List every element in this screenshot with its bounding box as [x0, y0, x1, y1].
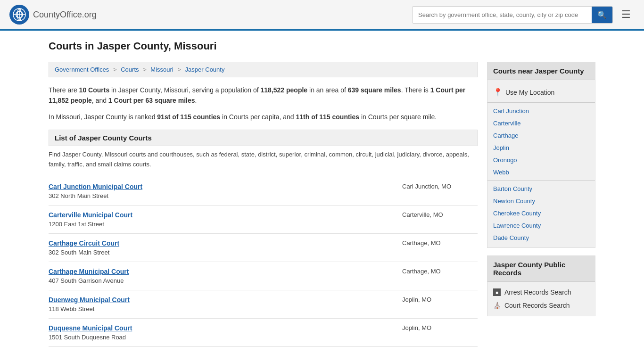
court-city: Carthage, MO	[383, 268, 478, 275]
main-container: Government Offices > Courts > Missouri >…	[39, 52, 605, 356]
court-name-link[interactable]: Carl Junction Municipal Court	[49, 183, 383, 190]
county-link-dade[interactable]: Dade County	[493, 234, 529, 241]
county-link-barton[interactable]: Barton County	[493, 185, 532, 192]
court-name-link[interactable]: Duenweg Municipal Court	[49, 296, 383, 304]
court-address: 1501 South Duquesne Road	[49, 334, 126, 341]
intro-paragraph-2: In Missouri, Jasper County is ranked 91s…	[49, 112, 478, 122]
breadcrumb-jasper[interactable]: Jasper County	[185, 66, 225, 73]
list-item: Webb	[487, 166, 595, 178]
sidebar: Courts near Jasper County 📍 Use My Locat…	[487, 62, 595, 347]
breadcrumb-gov-offices[interactable]: Government Offices	[55, 66, 109, 73]
public-records-section: Jasper County Public Records ■ Arrest Re…	[487, 255, 595, 316]
list-item: ■ Arrest Records Search	[487, 286, 595, 299]
table-row: Duquesne Municipal Court 1501 South Duqu…	[49, 319, 478, 347]
table-row: Carthage Municipal Court 407 South Garri…	[49, 262, 478, 290]
search-bar: 🔍	[412, 6, 613, 24]
city-link-webb[interactable]: Webb	[493, 169, 509, 176]
court-name-link[interactable]: Duquesne Municipal Court	[49, 324, 383, 332]
list-item: Barton County	[487, 182, 595, 195]
hamburger-menu-icon[interactable]: ☰	[618, 7, 635, 23]
court-address: 1200 East 1st Street	[49, 221, 104, 228]
divider	[487, 102, 595, 103]
logo-text: CountyOffice.org	[33, 10, 97, 20]
court-info: Duquesne Municipal Court 1501 South Duqu…	[49, 324, 383, 341]
city-link-oronogo[interactable]: Oronogo	[493, 156, 517, 164]
court-info: Carthage Municipal Court 407 South Garri…	[49, 268, 383, 284]
city-link-carterville[interactable]: Carterville	[493, 120, 521, 127]
court-address: 407 South Garrison Avenue	[49, 277, 124, 284]
arrest-records-link[interactable]: Arrest Records Search	[504, 288, 571, 296]
court-address: 302 South Main Street	[49, 249, 109, 256]
court-name-link[interactable]: Carterville Municipal Court	[49, 211, 383, 219]
court-city: Carl Junction, MO	[383, 183, 478, 190]
list-item: Joplin	[487, 141, 595, 154]
header-right: 🔍 ☰	[412, 6, 635, 24]
county-link-cherokee[interactable]: Cherokee County	[493, 210, 541, 217]
list-item: Oronogo	[487, 154, 595, 166]
list-item: Cherokee County	[487, 207, 595, 219]
city-link-joplin[interactable]: Joplin	[493, 144, 509, 151]
list-item: ⛪ Court Records Search	[487, 299, 595, 312]
city-link-carl-junction[interactable]: Carl Junction	[493, 107, 529, 115]
court-city: Joplin, MO	[383, 296, 478, 303]
search-input[interactable]	[413, 8, 592, 22]
header: CountyOffice.org 🔍 ☰	[0, 0, 644, 31]
table-row: Carl Junction Municipal Court 302 North …	[49, 177, 478, 206]
logo-icon	[9, 5, 29, 25]
breadcrumb-missouri[interactable]: Missouri	[150, 66, 173, 73]
search-button[interactable]: 🔍	[592, 7, 612, 23]
list-section-header: List of Jasper County Courts	[49, 130, 478, 146]
court-info: Carterville Municipal Court 1200 East 1s…	[49, 211, 383, 228]
court-address: 302 North Main Street	[49, 192, 108, 199]
courts-list: Carl Junction Municipal Court 302 North …	[49, 177, 478, 347]
court-city: Carthage, MO	[383, 239, 478, 247]
court-info: Duenweg Municipal Court 118 Webb Street	[49, 296, 383, 313]
page-title-area: Courts in Jasper County, Missouri	[39, 31, 605, 52]
public-records-list: ■ Arrest Records Search ⛪ Court Records …	[487, 282, 595, 316]
table-row: Duenweg Municipal Court 118 Webb Street …	[49, 290, 478, 319]
list-item: Newton County	[487, 195, 595, 207]
breadcrumb-courts[interactable]: Courts	[121, 66, 139, 73]
logo-area: CountyOffice.org	[9, 5, 97, 25]
page-title: Courts in Jasper County, Missouri	[49, 40, 595, 52]
court-info: Carl Junction Municipal Court 302 North …	[49, 183, 383, 199]
list-description: Find Jasper County, Missouri courts and …	[49, 150, 478, 170]
court-icon: ⛪	[493, 302, 501, 309]
courts-near-list: 📍 Use My Location Carl Junction Cartervi…	[487, 80, 595, 247]
use-my-location[interactable]: 📍 Use My Location	[487, 84, 595, 100]
county-link-lawrence[interactable]: Lawrence County	[493, 222, 541, 229]
court-info: Carthage Circuit Court 302 South Main St…	[49, 239, 383, 256]
arrest-icon: ■	[493, 288, 501, 296]
list-item: Carterville	[487, 117, 595, 129]
list-item: Carl Junction	[487, 105, 595, 117]
main-content: Government Offices > Courts > Missouri >…	[49, 62, 478, 347]
city-link-carthage[interactable]: Carthage	[493, 132, 518, 139]
location-pin-icon: 📍	[493, 88, 503, 97]
public-records-title: Jasper County Public Records	[487, 256, 595, 282]
court-city: Carterville, MO	[383, 211, 478, 218]
breadcrumb: Government Offices > Courts > Missouri >…	[49, 62, 478, 77]
court-address: 118 Webb Street	[49, 305, 94, 313]
table-row: Carterville Municipal Court 1200 East 1s…	[49, 206, 478, 234]
list-item: Lawrence County	[487, 219, 595, 231]
divider	[487, 180, 595, 181]
intro-paragraph-1: There are 10 Courts in Jasper County, Mi…	[49, 85, 478, 106]
county-link-newton[interactable]: Newton County	[493, 197, 535, 205]
list-item: Carthage	[487, 129, 595, 141]
court-records-link[interactable]: Court Records Search	[504, 302, 570, 309]
courts-near-title: Courts near Jasper County	[487, 62, 595, 80]
courts-near-section: Courts near Jasper County 📍 Use My Locat…	[487, 62, 595, 248]
list-item: Dade County	[487, 231, 595, 244]
table-row: Carthage Circuit Court 302 South Main St…	[49, 234, 478, 262]
court-name-link[interactable]: Carthage Circuit Court	[49, 239, 383, 247]
use-my-location-link[interactable]: Use My Location	[505, 89, 554, 96]
court-name-link[interactable]: Carthage Municipal Court	[49, 268, 383, 275]
court-city: Joplin, MO	[383, 324, 478, 331]
